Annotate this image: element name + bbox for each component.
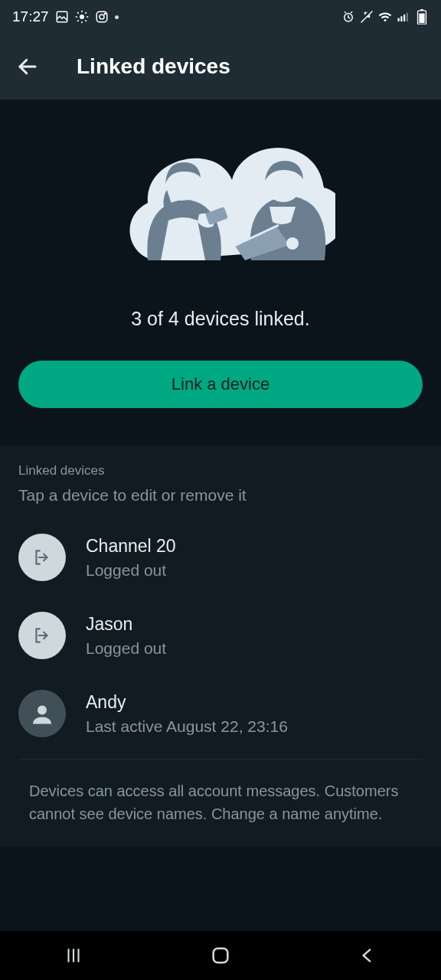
recent-apps-icon [64,946,83,965]
section-subheading: Tap a device to edit or remove it [18,486,423,505]
svg-line-8 [77,20,79,21]
brightness-icon [75,10,89,24]
device-row[interactable]: Andy Last active August 22, 23:16 [18,675,423,753]
logout-icon [32,547,52,567]
svg-rect-17 [403,15,405,21]
linked-devices-section: Linked devices Tap a device to edit or r… [0,445,441,847]
device-avatar [18,612,66,659]
clock: 17:27 [12,8,49,25]
svg-line-7 [85,20,87,21]
arrow-left-icon [16,55,39,78]
alarm-icon [341,10,355,24]
device-row[interactable]: Jason Logged out [18,596,423,675]
chevron-left-icon [358,946,377,965]
link-device-button[interactable]: Link a device [18,361,423,408]
link-device-button-label: Link a device [172,374,270,394]
device-name: Andy [86,692,288,713]
section-footnote: Devices can access all account messages.… [29,779,423,825]
status-bar: 17:27 [0,0,441,34]
nav-back-button[interactable] [337,940,398,971]
gallery-icon [55,10,69,24]
svg-point-12 [104,13,106,15]
section-heading: Linked devices [18,463,423,479]
svg-rect-21 [420,9,423,11]
vibrate-icon [360,10,374,24]
instagram-icon [95,10,109,24]
device-status: Logged out [86,561,176,580]
svg-point-29 [38,706,47,715]
device-avatar [18,534,66,581]
svg-point-1 [80,15,84,19]
app-bar: Linked devices [0,34,441,100]
device-name: Jason [86,614,166,635]
wifi-icon [378,10,392,24]
page-title: Linked devices [77,54,230,79]
home-icon [210,945,231,966]
system-nav-bar [0,931,441,980]
svg-rect-15 [398,18,400,22]
svg-point-26 [286,237,299,250]
device-avatar [18,690,66,737]
device-name: Channel 20 [86,536,176,557]
device-status: Last active August 22, 23:16 [86,717,288,736]
svg-line-9 [85,12,87,14]
signal-icon [397,10,410,24]
more-notifications-dot [115,15,119,19]
svg-point-11 [100,15,104,19]
svg-rect-20 [419,13,424,23]
battery-icon [415,10,429,24]
svg-rect-33 [214,949,228,963]
device-row[interactable]: Channel 20 Logged out [18,518,423,596]
person-icon [28,700,56,727]
svg-rect-18 [407,13,408,21]
nav-home-button[interactable] [190,940,251,971]
logout-icon [32,626,52,645]
devices-summary: 3 of 4 devices linked. [131,308,309,330]
svg-line-14 [361,11,373,23]
linked-devices-illustration [106,130,335,283]
device-status: Logged out [86,639,166,658]
hero-section: 3 of 4 devices linked. Link a device [0,100,441,431]
nav-recent-button[interactable] [43,940,104,971]
svg-line-6 [77,12,79,14]
svg-rect-16 [400,16,402,21]
back-button[interactable] [6,45,49,88]
